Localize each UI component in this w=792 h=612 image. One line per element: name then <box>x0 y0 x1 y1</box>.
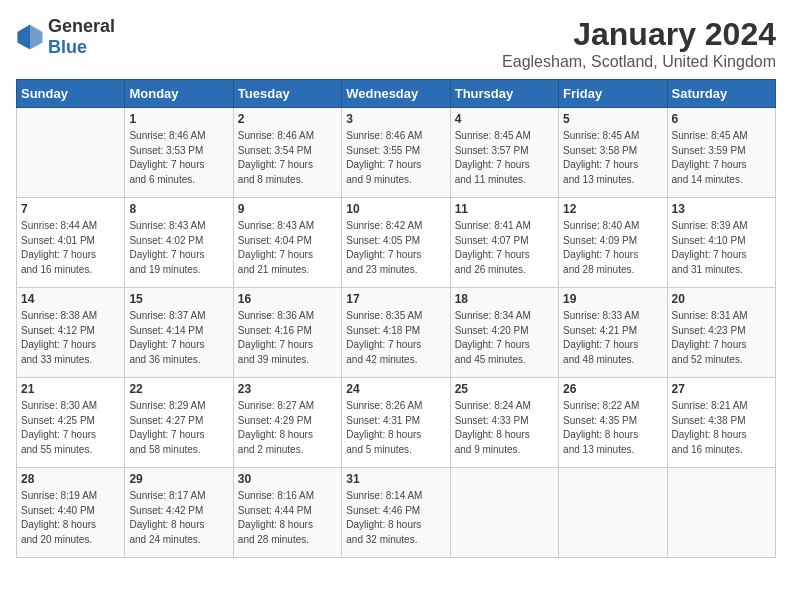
cell-3-3: 16Sunrise: 8:36 AMSunset: 4:16 PMDayligh… <box>233 288 341 378</box>
date-number: 28 <box>21 472 120 486</box>
cell-2-3: 9Sunrise: 8:43 AMSunset: 4:04 PMDaylight… <box>233 198 341 288</box>
cell-2-6: 12Sunrise: 8:40 AMSunset: 4:09 PMDayligh… <box>559 198 667 288</box>
cell-2-2: 8Sunrise: 8:43 AMSunset: 4:02 PMDaylight… <box>125 198 233 288</box>
col-header-wednesday: Wednesday <box>342 80 450 108</box>
col-header-saturday: Saturday <box>667 80 775 108</box>
cell-2-5: 11Sunrise: 8:41 AMSunset: 4:07 PMDayligh… <box>450 198 558 288</box>
date-number: 4 <box>455 112 554 126</box>
cell-info: Sunrise: 8:17 AMSunset: 4:42 PMDaylight:… <box>129 489 228 547</box>
cell-3-6: 19Sunrise: 8:33 AMSunset: 4:21 PMDayligh… <box>559 288 667 378</box>
week-row-3: 14Sunrise: 8:38 AMSunset: 4:12 PMDayligh… <box>17 288 776 378</box>
cell-info: Sunrise: 8:26 AMSunset: 4:31 PMDaylight:… <box>346 399 445 457</box>
cell-info: Sunrise: 8:33 AMSunset: 4:21 PMDaylight:… <box>563 309 662 367</box>
date-number: 19 <box>563 292 662 306</box>
cell-1-1 <box>17 108 125 198</box>
col-header-sunday: Sunday <box>17 80 125 108</box>
date-number: 30 <box>238 472 337 486</box>
cell-5-4: 31Sunrise: 8:14 AMSunset: 4:46 PMDayligh… <box>342 468 450 558</box>
cell-info: Sunrise: 8:30 AMSunset: 4:25 PMDaylight:… <box>21 399 120 457</box>
cell-info: Sunrise: 8:16 AMSunset: 4:44 PMDaylight:… <box>238 489 337 547</box>
cell-info: Sunrise: 8:39 AMSunset: 4:10 PMDaylight:… <box>672 219 771 277</box>
cell-4-5: 25Sunrise: 8:24 AMSunset: 4:33 PMDayligh… <box>450 378 558 468</box>
cell-2-1: 7Sunrise: 8:44 AMSunset: 4:01 PMDaylight… <box>17 198 125 288</box>
calendar-header-row: SundayMondayTuesdayWednesdayThursdayFrid… <box>17 80 776 108</box>
subtitle: Eaglesham, Scotland, United Kingdom <box>502 53 776 71</box>
cell-info: Sunrise: 8:38 AMSunset: 4:12 PMDaylight:… <box>21 309 120 367</box>
cell-1-3: 2Sunrise: 8:46 AMSunset: 3:54 PMDaylight… <box>233 108 341 198</box>
logo-blue: Blue <box>48 37 87 57</box>
cell-info: Sunrise: 8:35 AMSunset: 4:18 PMDaylight:… <box>346 309 445 367</box>
date-number: 31 <box>346 472 445 486</box>
date-number: 22 <box>129 382 228 396</box>
main-title: January 2024 <box>502 16 776 53</box>
cell-info: Sunrise: 8:40 AMSunset: 4:09 PMDaylight:… <box>563 219 662 277</box>
date-number: 2 <box>238 112 337 126</box>
cell-5-7 <box>667 468 775 558</box>
cell-info: Sunrise: 8:46 AMSunset: 3:55 PMDaylight:… <box>346 129 445 187</box>
cell-info: Sunrise: 8:43 AMSunset: 4:04 PMDaylight:… <box>238 219 337 277</box>
cell-3-1: 14Sunrise: 8:38 AMSunset: 4:12 PMDayligh… <box>17 288 125 378</box>
date-number: 7 <box>21 202 120 216</box>
date-number: 17 <box>346 292 445 306</box>
svg-marker-2 <box>17 24 30 49</box>
date-number: 9 <box>238 202 337 216</box>
cell-1-5: 4Sunrise: 8:45 AMSunset: 3:57 PMDaylight… <box>450 108 558 198</box>
col-header-tuesday: Tuesday <box>233 80 341 108</box>
cell-info: Sunrise: 8:43 AMSunset: 4:02 PMDaylight:… <box>129 219 228 277</box>
cell-info: Sunrise: 8:41 AMSunset: 4:07 PMDaylight:… <box>455 219 554 277</box>
cell-4-1: 21Sunrise: 8:30 AMSunset: 4:25 PMDayligh… <box>17 378 125 468</box>
cell-info: Sunrise: 8:29 AMSunset: 4:27 PMDaylight:… <box>129 399 228 457</box>
date-number: 14 <box>21 292 120 306</box>
cell-info: Sunrise: 8:14 AMSunset: 4:46 PMDaylight:… <box>346 489 445 547</box>
cell-5-1: 28Sunrise: 8:19 AMSunset: 4:40 PMDayligh… <box>17 468 125 558</box>
cell-1-4: 3Sunrise: 8:46 AMSunset: 3:55 PMDaylight… <box>342 108 450 198</box>
date-number: 5 <box>563 112 662 126</box>
date-number: 18 <box>455 292 554 306</box>
date-number: 25 <box>455 382 554 396</box>
cell-4-3: 23Sunrise: 8:27 AMSunset: 4:29 PMDayligh… <box>233 378 341 468</box>
week-row-1: 1Sunrise: 8:46 AMSunset: 3:53 PMDaylight… <box>17 108 776 198</box>
col-header-monday: Monday <box>125 80 233 108</box>
cell-info: Sunrise: 8:37 AMSunset: 4:14 PMDaylight:… <box>129 309 228 367</box>
cell-5-5 <box>450 468 558 558</box>
date-number: 26 <box>563 382 662 396</box>
date-number: 29 <box>129 472 228 486</box>
logo-icon <box>16 23 44 51</box>
cell-info: Sunrise: 8:42 AMSunset: 4:05 PMDaylight:… <box>346 219 445 277</box>
cell-info: Sunrise: 8:46 AMSunset: 3:54 PMDaylight:… <box>238 129 337 187</box>
date-number: 8 <box>129 202 228 216</box>
cell-4-7: 27Sunrise: 8:21 AMSunset: 4:38 PMDayligh… <box>667 378 775 468</box>
title-area: January 2024 Eaglesham, Scotland, United… <box>502 16 776 71</box>
date-number: 21 <box>21 382 120 396</box>
date-number: 20 <box>672 292 771 306</box>
cell-3-5: 18Sunrise: 8:34 AMSunset: 4:20 PMDayligh… <box>450 288 558 378</box>
date-number: 13 <box>672 202 771 216</box>
cell-info: Sunrise: 8:45 AMSunset: 3:59 PMDaylight:… <box>672 129 771 187</box>
date-number: 27 <box>672 382 771 396</box>
date-number: 12 <box>563 202 662 216</box>
week-row-4: 21Sunrise: 8:30 AMSunset: 4:25 PMDayligh… <box>17 378 776 468</box>
cell-5-6 <box>559 468 667 558</box>
date-number: 11 <box>455 202 554 216</box>
col-header-friday: Friday <box>559 80 667 108</box>
date-number: 24 <box>346 382 445 396</box>
cell-2-7: 13Sunrise: 8:39 AMSunset: 4:10 PMDayligh… <box>667 198 775 288</box>
cell-4-2: 22Sunrise: 8:29 AMSunset: 4:27 PMDayligh… <box>125 378 233 468</box>
logo-text: General Blue <box>48 16 115 58</box>
date-number: 15 <box>129 292 228 306</box>
cell-info: Sunrise: 8:45 AMSunset: 3:57 PMDaylight:… <box>455 129 554 187</box>
date-number: 10 <box>346 202 445 216</box>
cell-info: Sunrise: 8:31 AMSunset: 4:23 PMDaylight:… <box>672 309 771 367</box>
calendar-body: 1Sunrise: 8:46 AMSunset: 3:53 PMDaylight… <box>17 108 776 558</box>
cell-info: Sunrise: 8:19 AMSunset: 4:40 PMDaylight:… <box>21 489 120 547</box>
cell-5-3: 30Sunrise: 8:16 AMSunset: 4:44 PMDayligh… <box>233 468 341 558</box>
cell-4-6: 26Sunrise: 8:22 AMSunset: 4:35 PMDayligh… <box>559 378 667 468</box>
cell-1-6: 5Sunrise: 8:45 AMSunset: 3:58 PMDaylight… <box>559 108 667 198</box>
date-number: 3 <box>346 112 445 126</box>
col-header-thursday: Thursday <box>450 80 558 108</box>
cell-info: Sunrise: 8:44 AMSunset: 4:01 PMDaylight:… <box>21 219 120 277</box>
date-number: 6 <box>672 112 771 126</box>
cell-info: Sunrise: 8:46 AMSunset: 3:53 PMDaylight:… <box>129 129 228 187</box>
cell-5-2: 29Sunrise: 8:17 AMSunset: 4:42 PMDayligh… <box>125 468 233 558</box>
cell-info: Sunrise: 8:34 AMSunset: 4:20 PMDaylight:… <box>455 309 554 367</box>
